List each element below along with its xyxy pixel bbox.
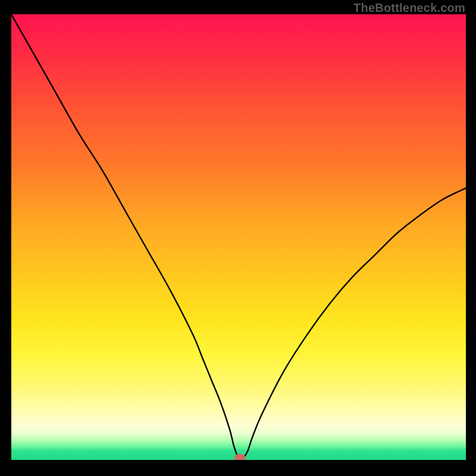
plot-area bbox=[11, 14, 466, 460]
valley-marker bbox=[234, 454, 245, 460]
watermark-text: TheBottleneck.com bbox=[353, 1, 465, 15]
bottleneck-curve bbox=[11, 14, 466, 459]
chart-frame: TheBottleneck.com bbox=[0, 0, 476, 476]
bottleneck-curve-svg bbox=[11, 14, 466, 460]
